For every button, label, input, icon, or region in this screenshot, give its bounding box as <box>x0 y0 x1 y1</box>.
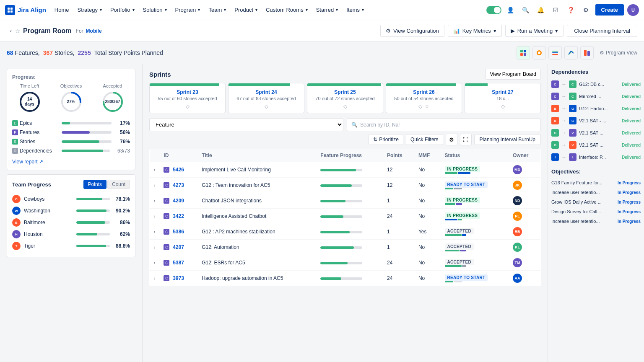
create-button[interactable]: Create <box>595 4 624 16</box>
expand-row-button[interactable]: › <box>154 168 155 172</box>
progress-mini <box>320 200 362 202</box>
help-icon[interactable]: ❓ <box>565 4 577 16</box>
diamond-icon[interactable]: ◇ <box>501 103 505 109</box>
objective-title[interactable]: Increase user retentio... <box>551 190 600 195</box>
feature-type-select[interactable]: Feature <box>149 118 343 131</box>
row-id-link[interactable]: 3973 <box>173 275 184 281</box>
diamond-icon[interactable]: ◇ <box>343 103 347 109</box>
view-program-board-button[interactable]: View Program Board <box>486 69 541 80</box>
nav-item-solution[interactable]: Solution▾ <box>140 5 170 15</box>
nav-right: 👤 🔍 🔔 ☑ ❓ ⚙ Create U <box>486 4 639 16</box>
view-icon-3[interactable] <box>548 46 562 59</box>
features-label: Features, <box>15 49 40 56</box>
program-view-label[interactable]: ⚙ Program View <box>600 50 637 56</box>
star-icon[interactable]: ☆ <box>15 28 21 34</box>
prioritize-button[interactable]: ⇅ Prioritize <box>369 134 403 145</box>
view-icon-5[interactable] <box>580 46 594 59</box>
nav-item-home[interactable]: Home <box>51 5 73 15</box>
dep-title[interactable]: G12: Hadoo... <box>579 106 619 111</box>
row-id-link[interactable]: 4209 <box>173 198 184 204</box>
sprint-name[interactable]: Sprint 27 <box>468 89 537 95</box>
view-configuration-button[interactable]: ⚙ View Configuration <box>380 25 444 37</box>
sprint-icons: ◇ <box>153 103 222 109</box>
user-avatar[interactable]: U <box>627 4 639 16</box>
burnup-button[interactable]: Planning Interval BurnUp <box>474 134 541 145</box>
sprint-body: Sprint 26 50 out of 54 stories accepted … <box>386 86 462 113</box>
search-icon[interactable]: 🔍 <box>520 4 532 16</box>
sidebar-toggle[interactable]: ‹ <box>7 20 15 42</box>
expand-row-button[interactable]: › <box>154 261 155 265</box>
close-planning-interval-button[interactable]: Close Planning Interval <box>567 25 637 37</box>
profile-icon[interactable]: 👤 <box>505 4 517 16</box>
view-report-link[interactable]: View report ↗ <box>12 159 130 165</box>
settings-button[interactable]: ⚙ <box>446 134 457 145</box>
features-count: 68 <box>7 49 13 56</box>
objective-title[interactable]: Design Survey for Call... <box>551 209 601 214</box>
run-meeting-button[interactable]: ▶ Run a Meeting ▾ <box>505 25 564 37</box>
star-icon[interactable]: ☆ <box>425 103 429 109</box>
nav-item-program[interactable]: Program▾ <box>172 5 204 15</box>
sprint-name[interactable]: Sprint 26 <box>390 89 458 95</box>
nav-item-product[interactable]: Product▾ <box>231 5 261 15</box>
dep-title[interactable]: V2.1 SAT - ... <box>579 118 619 123</box>
row-id-link[interactable]: 5387 <box>173 260 184 266</box>
row-id-link[interactable]: 5426 <box>173 167 184 173</box>
row-id-link[interactable]: 4273 <box>173 182 184 188</box>
nav-item-team[interactable]: Team▾ <box>205 5 229 15</box>
notifications-icon[interactable]: 🔔 <box>535 4 547 16</box>
view-icon-2[interactable] <box>532 46 546 59</box>
team-row: C Cowboys 78.1% <box>12 193 130 205</box>
expand-row-button[interactable]: › <box>154 276 155 281</box>
dep-title[interactable]: Interface: P... <box>579 155 619 160</box>
settings-icon[interactable]: ⚙ <box>580 4 592 16</box>
diamond-icon[interactable]: ◇ <box>186 103 190 109</box>
status-badge: READY TO START <box>445 181 488 188</box>
sprint-body: Sprint 23 55 out of 60 stories accepted … <box>150 86 225 113</box>
expand-row-button[interactable]: › <box>154 245 155 250</box>
diamond-icon[interactable]: ◇ <box>265 103 268 109</box>
nav-item-portfolio[interactable]: Portfolio▾ <box>107 5 138 15</box>
quick-filters-button[interactable]: Quick Filters <box>406 134 443 145</box>
sprint-name[interactable]: Sprint 23 <box>153 89 222 95</box>
dep-title[interactable]: V2.1 SAT ... <box>579 142 619 147</box>
expand-row-button[interactable]: › <box>154 183 155 188</box>
row-id-link[interactable]: 3422 <box>173 213 184 219</box>
team-row: W Washington 90.2% <box>12 205 130 217</box>
logo[interactable]: Jira Align <box>5 5 46 15</box>
diamond-icon[interactable]: ◇ <box>418 103 422 109</box>
expand-row-button[interactable]: › <box>154 214 155 219</box>
tasks-icon[interactable]: ☑ <box>550 4 562 16</box>
tab-count[interactable]: Count <box>107 180 130 189</box>
dep-to-icon: I <box>569 153 576 161</box>
expand-button[interactable]: ⛶ <box>460 134 472 145</box>
nav-item-items[interactable]: Items▾ <box>343 5 367 15</box>
view-icon-1[interactable] <box>517 46 530 59</box>
theme-toggle[interactable] <box>486 6 501 14</box>
logo-icon <box>5 5 15 15</box>
expand-row-button[interactable]: › <box>154 230 155 234</box>
objective-title[interactable]: G13 Family Feature for... <box>551 180 602 185</box>
objective-title[interactable]: Increase user retentio... <box>551 219 600 224</box>
nav-item-custom-rooms[interactable]: Custom Rooms▾ <box>262 5 311 15</box>
tab-points[interactable]: Points <box>83 180 106 189</box>
search-box[interactable]: 🔍 Search by ID, Nar <box>347 118 541 131</box>
dep-title[interactable]: Mirrored ... <box>579 94 619 99</box>
points-cell: 1 <box>383 224 414 240</box>
dep-title[interactable]: V2.1 SAT ... <box>579 130 619 135</box>
sprint-name[interactable]: Sprint 25 <box>311 89 379 95</box>
objective-title[interactable]: Grow iOS Daily Active ... <box>551 199 602 204</box>
team-pct: 90.2% <box>113 208 130 214</box>
view-icon-4[interactable] <box>564 46 578 59</box>
nav-item-starred[interactable]: Starred▾ <box>313 5 342 15</box>
row-id-link[interactable]: 4207 <box>173 244 184 250</box>
row-id-link[interactable]: 5386 <box>173 229 184 235</box>
status-mini-bar <box>445 219 504 220</box>
key-metrics-button[interactable]: 📊 Key Metrics ▾ <box>448 25 502 37</box>
dep-title[interactable]: G12: DB c... <box>579 82 619 87</box>
nav-item-strategy[interactable]: Strategy▾ <box>74 5 105 15</box>
objectives-list: G13 Family Feature for... In Progress In… <box>551 178 641 226</box>
status-seg <box>445 265 462 267</box>
sprint-name[interactable]: Sprint 24 <box>232 89 301 95</box>
dep-arrow-icon: → <box>561 130 566 136</box>
expand-row-button[interactable]: › <box>154 199 155 203</box>
